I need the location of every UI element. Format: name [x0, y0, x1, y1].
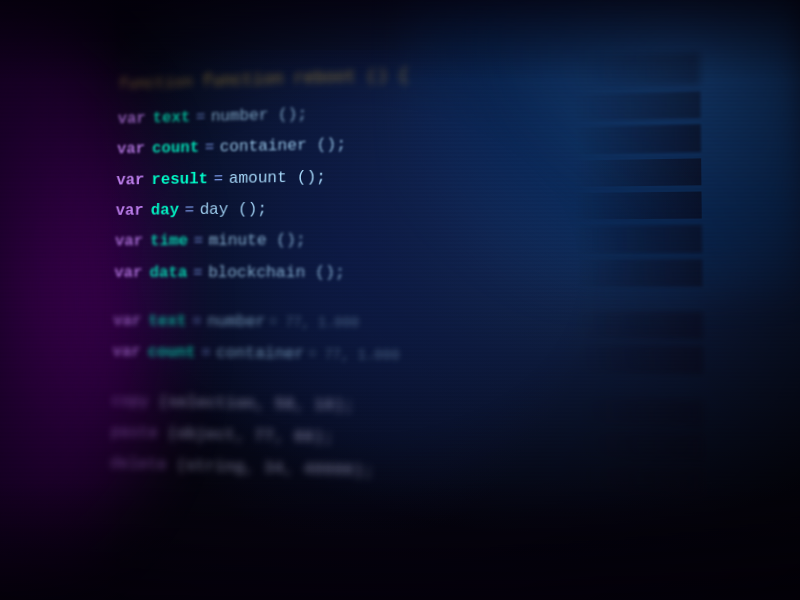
delete-args: (string, 34, 40000); — [166, 453, 374, 486]
code-line-count: var count = container (); — [117, 125, 669, 162]
code-scene: function function reboot () { var text =… — [0, 0, 800, 600]
keyword-var3: var — [116, 168, 144, 193]
keyword-var8: var — [112, 340, 141, 366]
paste-args: (object, 77, 88); — [158, 421, 334, 452]
value-day: day (); — [199, 197, 267, 223]
function-name: function reboot () { — [202, 65, 409, 91]
varname-text2: text — [148, 309, 186, 335]
keyword-var2: var — [117, 137, 145, 162]
op-equals: = — [196, 105, 206, 130]
comment-2: = 77, 1.000 — [308, 345, 399, 368]
code-line-count2: var count = container = 77, 1.000 — [112, 340, 671, 374]
value-minute: minute (); — [208, 228, 305, 254]
op-equals5: = — [193, 229, 203, 255]
fn-paste: paste — [110, 420, 158, 447]
op-equals6: = — [193, 260, 203, 286]
value-container2: container — [216, 341, 304, 368]
op-equals7: = — [192, 309, 202, 335]
varname-data: data — [149, 260, 187, 286]
copy-args: (selection, 58, 10); — [149, 389, 355, 419]
op-equals8: = — [201, 341, 211, 367]
value-blockchain: blockchain (); — [208, 260, 345, 286]
value-amount: amount (); — [229, 164, 327, 191]
varname-count2: count — [148, 340, 196, 366]
code-line-data: var data = blockchain (); — [114, 259, 670, 286]
varname-count: count — [152, 136, 199, 162]
value-number: number (); — [211, 102, 308, 130]
fn-copy: copy — [111, 388, 149, 414]
code-line-text2: var text = number = 77, 1.000 — [113, 309, 671, 340]
op-equals2: = — [204, 135, 214, 160]
keyword-var5: var — [115, 229, 143, 254]
op-equals3: = — [213, 166, 223, 192]
value-container: container (); — [220, 132, 347, 160]
code-line-day: var day = day (); — [115, 192, 669, 224]
varname-text: text — [153, 105, 191, 131]
code-line-result: var result = amount (); — [116, 158, 669, 193]
code-line-time: var time = minute (); — [115, 225, 670, 254]
comment-1: = 77, 1.000 — [269, 312, 359, 334]
fn-delete: delete — [110, 451, 167, 479]
keyword-var6: var — [114, 260, 143, 285]
keyword-var: var — [117, 106, 145, 132]
op-equals4: = — [184, 198, 194, 223]
value-number2: number — [207, 309, 265, 335]
keyword-var4: var — [115, 198, 143, 223]
varname-result: result — [151, 166, 208, 192]
code-block: function function reboot () { var text =… — [110, 53, 672, 502]
varname-day: day — [151, 198, 180, 224]
varname-time: time — [150, 229, 188, 255]
keyword-var7: var — [113, 309, 142, 335]
